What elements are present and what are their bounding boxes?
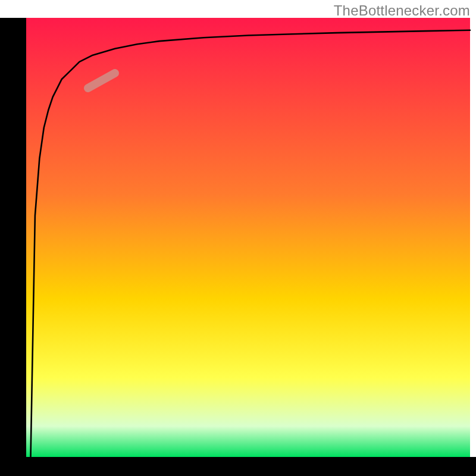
attribution-label: TheBottlenecker.com bbox=[334, 2, 470, 19]
chart-stage: TheBottlenecker.com bbox=[0, 0, 476, 476]
chart-svg bbox=[0, 0, 476, 476]
svg-rect-0 bbox=[0, 18, 26, 457]
svg-rect-1 bbox=[0, 457, 476, 476]
plot-area bbox=[26, 18, 470, 457]
